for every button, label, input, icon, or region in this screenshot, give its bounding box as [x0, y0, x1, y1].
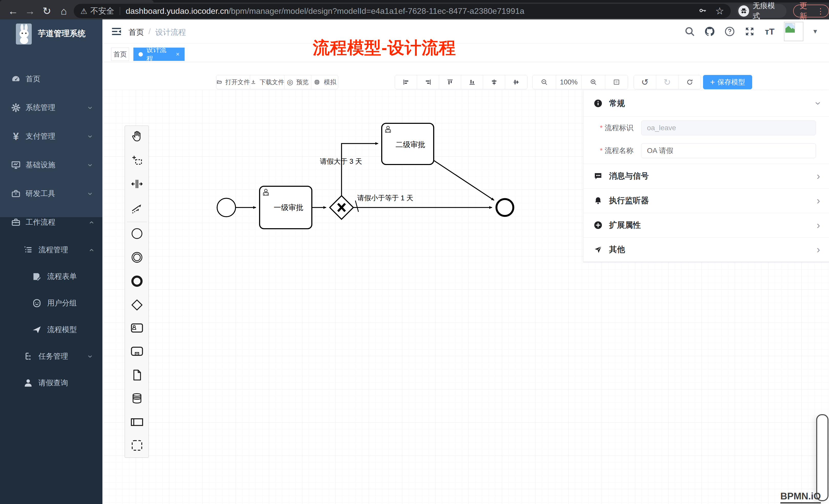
canvas-overlay-shape	[816, 414, 828, 501]
end-event[interactable]	[497, 199, 513, 216]
flow-label-gt3days[interactable]: 请假大于 3 天	[320, 158, 362, 165]
tab-close-icon[interactable]: ×	[176, 51, 179, 58]
task1-label: 一级审批	[274, 203, 303, 211]
logo-rabbit-image	[16, 24, 32, 44]
app-title: 芋道管理系统	[38, 28, 85, 39]
flow-label-le1day[interactable]: 请假小于等于 1 天	[357, 194, 413, 202]
browser-update-button[interactable]: 更新 ⋮	[793, 5, 829, 17]
chevron-right-icon: ›	[817, 220, 820, 230]
reload-icon[interactable]: ↻	[38, 5, 55, 17]
url-bar[interactable]: ⚠ 不安全 dashboard.yudao.iocoder.cn /bpm/ma…	[74, 4, 731, 18]
sidebar-item-infrastructure[interactable]: 基础设施 ›	[0, 151, 102, 179]
sidebar-item-task-mgmt[interactable]: 任务管理 ›	[0, 343, 102, 370]
required-mark: *	[600, 147, 603, 155]
tab-design-process[interactable]: 设计流程 ×	[133, 48, 185, 61]
process-name-field-row: * 流程名称	[583, 143, 829, 158]
section-general[interactable]: 常规 ›	[583, 90, 829, 116]
monitor-icon	[10, 159, 22, 171]
default-flow-marker	[355, 201, 358, 212]
process-key-input[interactable]	[641, 120, 816, 135]
sidebar-item-payment[interactable]: ¥ 支付管理 ›	[0, 122, 102, 151]
bookmark-star-icon[interactable]: ☆	[715, 6, 724, 16]
flow-task2-to-end[interactable]	[434, 160, 494, 200]
app-logo[interactable]: 芋道管理系统	[0, 20, 102, 45]
breadcrumb: 首页 / 设计流程	[129, 27, 186, 38]
section-message-signal[interactable]: 消息与信号 ›	[583, 164, 829, 188]
breadcrumb-home[interactable]: 首页	[129, 27, 144, 38]
required-mark: *	[600, 124, 603, 132]
search-icon[interactable]	[684, 26, 695, 37]
github-icon[interactable]	[704, 26, 715, 37]
browser-active-tab[interactable]	[0, 0, 154, 3]
section-other[interactable]: 其他 ›	[583, 237, 829, 262]
task-second-approval[interactable]: 二级审批	[382, 123, 434, 164]
view-tabbar: 首页 设计流程 ×	[102, 43, 829, 62]
start-event[interactable]	[217, 198, 236, 217]
home-icon[interactable]: ⌂	[55, 5, 72, 17]
sidebar-item-leave-query[interactable]: 请假查询	[0, 370, 102, 396]
key-icon[interactable]	[698, 6, 708, 16]
plus-circle-icon	[594, 221, 603, 230]
chevron-down-icon: ›	[86, 163, 96, 166]
avatar[interactable]	[784, 22, 803, 41]
chevron-down-icon: ›	[813, 102, 823, 105]
list-tree-icon	[23, 244, 34, 256]
sidebar-collapse-icon[interactable]	[111, 26, 122, 37]
not-secure-icon: ⚠	[80, 7, 87, 15]
back-icon[interactable]: ←	[5, 5, 22, 17]
sidebar-item-user-group[interactable]: 用户分组	[0, 290, 102, 316]
message-icon	[594, 172, 603, 180]
bpmn-io-watermark[interactable]: BPMN.iO	[780, 491, 821, 503]
help-icon[interactable]	[724, 26, 735, 37]
designer-canvas: 打开文件 下载文件 ◎ 预览 模拟	[102, 62, 829, 504]
properties-panel: 常规 › * 流程标识 * 流程名称 消息与信号 › 执行监听器	[583, 90, 829, 262]
sidebar-item-system[interactable]: 系统管理 ›	[0, 93, 102, 122]
face-icon	[31, 298, 42, 309]
task-first-approval[interactable]: 一级审批	[260, 186, 312, 229]
form-edit-icon	[31, 271, 42, 282]
forward-icon[interactable]: →	[22, 5, 38, 17]
process-name-input[interactable]	[641, 143, 816, 158]
org-tree-icon	[23, 351, 34, 362]
gear-icon	[10, 102, 22, 113]
font-size-icon[interactable]: ᴛT	[764, 26, 775, 37]
info-icon	[594, 99, 603, 108]
sidebar-item-process-form[interactable]: 流程表单	[0, 263, 102, 290]
incognito-icon	[738, 5, 749, 16]
browser-menu-icon[interactable]: ⋮	[817, 7, 824, 15]
exclusive-gateway[interactable]	[330, 196, 353, 219]
panel-divider	[583, 116, 829, 117]
sidebar-item-workflow[interactable]: 工作流程 ›	[0, 208, 102, 237]
url-divider	[120, 7, 120, 15]
incognito-badge: 无痕模式	[737, 4, 787, 18]
incognito-label: 无痕模式	[753, 1, 781, 21]
not-secure-label: 不安全	[91, 6, 114, 16]
browser-chrome: ← → ↻ ⌂ ⚠ 不安全 dashboard.yudao.iocoder.cn…	[0, 0, 829, 20]
process-key-label: 流程标识	[605, 123, 643, 133]
toolbox-icon	[10, 188, 22, 199]
bell-icon	[594, 196, 603, 205]
chevron-down-icon: ›	[86, 355, 96, 358]
section-extended-attrs[interactable]: 扩展属性 ›	[583, 213, 829, 237]
sidebar-item-devtools[interactable]: 研发工具 ›	[0, 179, 102, 208]
yen-icon: ¥	[10, 131, 22, 142]
chevron-up-icon: ›	[86, 248, 96, 251]
tab-home[interactable]: 首页	[111, 48, 129, 61]
fullscreen-icon[interactable]	[744, 26, 755, 37]
flow-gateway-to-task2[interactable]	[341, 144, 378, 196]
sidebar: 芋道管理系统 首页 系统管理 › ¥ 支付管理 › 基础设施 › 研发工具 ›	[0, 20, 102, 504]
chevron-down-icon: ›	[86, 192, 96, 195]
process-name-label: 流程名称	[605, 146, 643, 156]
sidebar-item-process-model[interactable]: 流程模型	[0, 316, 102, 343]
section-execution-listener[interactable]: 执行监听器 ›	[583, 188, 829, 213]
chevron-down-icon: ›	[86, 135, 96, 138]
sidebar-item-home[interactable]: 首页	[0, 65, 102, 93]
paper-plane-icon	[31, 324, 42, 336]
breadcrumb-separator: /	[148, 27, 150, 38]
url-domain: dashboard.yudao.iocoder.cn	[126, 6, 229, 16]
send-icon	[594, 245, 603, 254]
avatar-caret-icon[interactable]: ▼	[812, 28, 818, 35]
person-icon	[23, 377, 34, 389]
sidebar-item-process-mgmt[interactable]: 流程管理 ›	[0, 237, 102, 263]
browser-tabstrip	[0, 0, 829, 3]
